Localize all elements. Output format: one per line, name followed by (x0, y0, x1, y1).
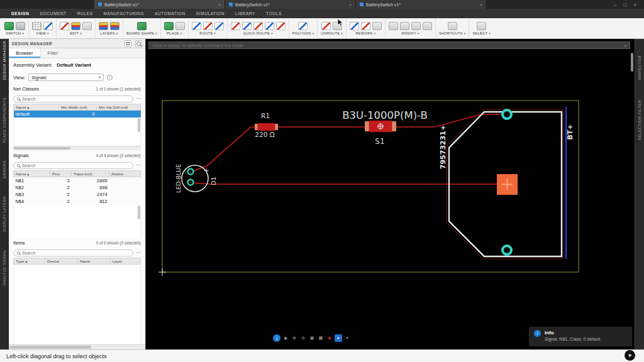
close-window-icon[interactable]: × (633, 2, 636, 8)
quickroute-multi-icon[interactable] (242, 22, 252, 30)
toolbar-group-layers[interactable]: LAYERS▾ (96, 18, 123, 38)
shortcuts-icon[interactable] (448, 22, 457, 30)
pcb-editor-canvas[interactable]: ▾ 79573231+ BT+ (146, 39, 634, 349)
search-input[interactable] (22, 251, 130, 255)
sidebar-item-display-layers[interactable]: DISPLAY LAYERS (3, 196, 6, 232)
view-grid-icon[interactable] (32, 22, 42, 30)
layer-settings-icon[interactable] (110, 22, 119, 30)
pad-orange[interactable] (497, 174, 518, 195)
chevron-down-icon[interactable]: ▾ (625, 43, 626, 48)
column-header-trace[interactable]: Trace (mil) (72, 171, 109, 177)
scrollbar-thumb[interactable] (9, 346, 91, 349)
toolbar-group-polygon[interactable]: POLYGON▾ (289, 18, 318, 38)
column-header-layer[interactable]: Layer (111, 258, 141, 265)
column-header-name[interactable]: Name ▴ (14, 104, 59, 111)
sidebar-item-selection-filter[interactable]: SELECTION FILTER (638, 100, 641, 140)
items-search[interactable] (13, 250, 133, 256)
more-tools-icon[interactable]: ▾ (343, 334, 351, 342)
quickroute-batch-icon[interactable] (265, 22, 274, 30)
view-fit-icon[interactable] (43, 22, 53, 30)
search-input[interactable] (22, 163, 130, 168)
trace-n3[interactable] (192, 183, 498, 184)
command-line-bar[interactable]: ▾ (148, 41, 630, 49)
signal-row-n2[interactable]: N$22698 (14, 184, 141, 191)
column-header-min-width[interactable]: Min Width (mil) (59, 104, 97, 111)
close-tab-icon[interactable]: × (349, 3, 352, 7)
column-header-device[interactable]: Device (45, 258, 78, 265)
visibility-icon[interactable]: ◉ (282, 334, 289, 342)
change-icon[interactable] (423, 22, 432, 30)
menu-item-design[interactable]: DESIGN (11, 11, 30, 16)
zoom-fit-icon[interactable]: ▣ (308, 334, 316, 342)
column-header-airwire[interactable]: Airwire (109, 171, 141, 177)
layers-stack-icon[interactable] (99, 22, 108, 30)
net-class-row-default[interactable]: default 0 (14, 111, 141, 118)
document-tab-3[interactable]: BatterySwitch v1* × (356, 0, 487, 9)
zoom-out-icon[interactable]: ⊖ (299, 334, 307, 342)
menu-item-rules[interactable]: RULES (77, 11, 93, 16)
minimize-icon[interactable]: – (614, 2, 616, 8)
quickroute-settings-icon[interactable] (276, 22, 286, 30)
toolbar-group-place[interactable]: PLACE▾ (161, 18, 189, 38)
sidebar-item-design-manager[interactable]: DESIGN MANAGER (3, 41, 6, 80)
signal-row-n4[interactable]: N$42812 (14, 198, 141, 205)
toolbar-group-view[interactable]: VIEW▾ (29, 18, 57, 38)
menu-item-automation[interactable]: AUTOMATION (155, 11, 186, 16)
component-r1[interactable]: R1 220 Ω (255, 112, 278, 138)
rework-drag-icon[interactable] (350, 22, 359, 30)
ripup-icon[interactable] (333, 22, 342, 30)
document-tab-1[interactable]: BatterySwitch v1* × (94, 0, 225, 9)
column-header-min-via-drill[interactable]: Min Via Drill (mil) (97, 104, 141, 111)
column-header-type[interactable]: Type ▴ (14, 258, 45, 265)
crosshair-icon[interactable] (125, 40, 131, 47)
place-via-icon[interactable] (175, 22, 185, 30)
toolbar-group-modify[interactable]: MODIFY▾ (386, 18, 436, 38)
signal-row-n3[interactable]: N$322474 (14, 191, 141, 198)
maximize-icon[interactable]: □ (623, 2, 626, 8)
overflow-menu-icon[interactable]: ⋯ (136, 163, 141, 167)
measure-icon[interactable] (400, 22, 409, 30)
search-input[interactable] (22, 97, 130, 101)
pad-led-2[interactable] (188, 180, 194, 185)
zoom-in-icon[interactable]: ⊕ (291, 334, 298, 342)
wrench-icon[interactable] (411, 22, 421, 30)
rework-split-icon[interactable] (361, 22, 370, 30)
sidebar-item-place-components[interactable]: PLACE COMPONENTS (3, 97, 6, 143)
component-s1[interactable]: B3U-1000P(M)-B S1 (342, 109, 428, 146)
grid-icon[interactable]: ▦ (317, 334, 325, 342)
toolbar-group-select[interactable]: SELECT▾ (469, 18, 493, 38)
toolbar-group-rework[interactable]: REWORK▾ (347, 18, 386, 38)
panel-hscrollbar[interactable] (9, 344, 145, 349)
net-classes-search[interactable] (13, 96, 133, 102)
rework-via-icon[interactable] (372, 22, 382, 30)
close-tab-icon[interactable]: × (480, 3, 482, 7)
vertical-scrollbar[interactable] (138, 206, 140, 219)
toolbar-group-board-shape[interactable]: BOARD SHAPE▾ (123, 18, 161, 38)
view-select[interactable]: Signals ▾ (28, 74, 104, 81)
move-icon[interactable] (389, 22, 398, 30)
menu-item-simulation[interactable]: SIMULATION (196, 11, 225, 16)
sidebar-item-errors[interactable]: ERRORS (3, 160, 6, 178)
switch-board-icon[interactable] (4, 22, 14, 30)
info-icon[interactable]: i (273, 334, 280, 342)
edit-properties-icon[interactable] (71, 22, 80, 30)
toolbar-group-unroute[interactable]: UNROUTE▾ (318, 18, 347, 38)
edit-move-icon[interactable] (82, 22, 92, 30)
menu-item-tools[interactable]: TOOLS (266, 11, 282, 16)
overflow-menu-icon[interactable]: ⋯ (136, 251, 141, 255)
quickroute-fanout-icon[interactable] (253, 22, 263, 30)
menu-item-library[interactable]: LIBRARY (235, 11, 255, 16)
select-cursor-icon[interactable] (477, 22, 486, 30)
close-tab-icon[interactable]: × (218, 3, 221, 7)
unroute-icon[interactable] (321, 22, 331, 30)
view-info-icon[interactable]: i (107, 75, 113, 80)
toolbar-group-switch[interactable]: SWITCH▾ (1, 18, 29, 38)
pad-bt-negative[interactable] (502, 246, 511, 255)
pcb-board-drawing[interactable]: 79573231+ BT+ R1 220 Ω B3U-1000P(M)-B (146, 39, 634, 349)
pad-bt-positive[interactable] (502, 110, 511, 119)
scrollbar-thumb[interactable] (14, 147, 70, 150)
sidebar-item-analyze-signal[interactable]: ANALYZE SIGNAL (3, 250, 6, 286)
overflow-menu-icon[interactable]: ⋯ (136, 97, 141, 101)
toolbar-group-edit[interactable]: EDIT▾ (57, 18, 96, 38)
polygon-icon[interactable] (298, 22, 308, 30)
